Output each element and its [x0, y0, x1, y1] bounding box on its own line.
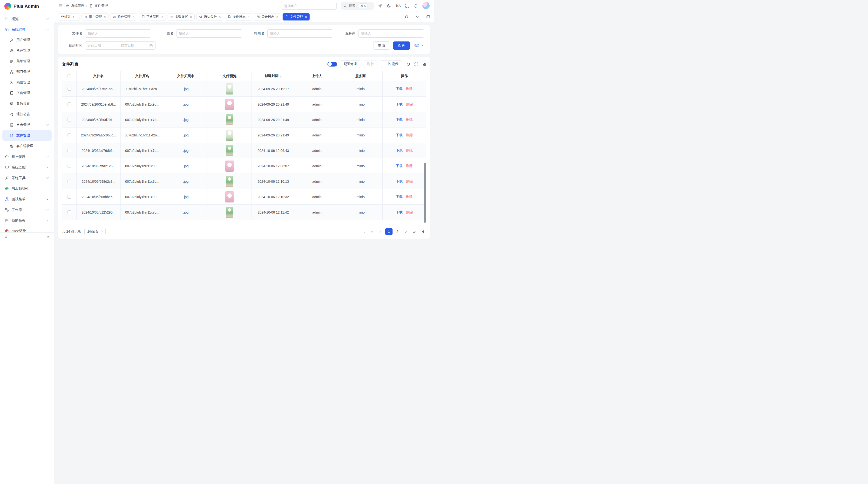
- dark-mode-button[interactable]: [387, 4, 391, 8]
- tab[interactable]: 参数设置 ×: [167, 13, 194, 21]
- file-preview-image[interactable]: [225, 191, 234, 202]
- tab[interactable]: 登录日志 ×: [254, 13, 281, 21]
- filter-field-input[interactable]: [268, 29, 334, 38]
- delete-link[interactable]: 删除: [406, 179, 413, 183]
- delete-link[interactable]: 删除: [406, 149, 413, 152]
- file-preview-image[interactable]: [226, 207, 233, 218]
- tab[interactable]: 通知公告 ×: [196, 13, 223, 21]
- row-checkbox[interactable]: [67, 195, 71, 199]
- config-manage-button[interactable]: 配置管理: [340, 60, 360, 68]
- pagination-page-1[interactable]: 1: [385, 228, 393, 235]
- sidebar-item[interactable]: gitee记录: [2, 226, 52, 232]
- file-preview-image[interactable]: [226, 176, 233, 187]
- row-checkbox[interactable]: [67, 211, 71, 214]
- sidebar-item[interactable]: 工作流: [2, 204, 52, 215]
- fullscreen-button[interactable]: [405, 4, 409, 8]
- download-link[interactable]: 下载: [396, 164, 403, 168]
- sidebar-item[interactable]: PLUS官网: [2, 183, 52, 194]
- notifications-button[interactable]: [414, 4, 418, 8]
- pagination-prev-button[interactable]: [377, 228, 384, 235]
- date-range-input[interactable]: 开始日期 → 结束日期: [85, 41, 156, 50]
- sidebar-item-system[interactable]: 系统管理: [2, 24, 52, 35]
- filter-field-input[interactable]: [176, 29, 242, 38]
- table-fullscreen-button[interactable]: [414, 62, 418, 66]
- file-preview-image[interactable]: [226, 145, 233, 156]
- sidebar-item[interactable]: 测试菜单: [2, 194, 52, 204]
- sidebar-subitem[interactable]: 参数设置: [2, 98, 52, 109]
- tab[interactable]: 文件管理 ×: [283, 13, 310, 21]
- breadcrumb-files[interactable]: 文件管理: [89, 4, 108, 8]
- delete-link[interactable]: 删除: [406, 210, 413, 214]
- row-checkbox[interactable]: [67, 164, 71, 168]
- sidebar-item-overview[interactable]: 概览: [2, 13, 52, 24]
- file-preview-image[interactable]: [225, 161, 234, 172]
- download-link[interactable]: 下载: [396, 87, 403, 91]
- sidebar-subitem[interactable]: 通知公告: [2, 109, 52, 120]
- tab-options-button[interactable]: [415, 15, 419, 19]
- row-checkbox[interactable]: [67, 133, 71, 137]
- sidebar-item[interactable]: 系统监控: [2, 162, 52, 172]
- layout-panel-button[interactable]: [426, 15, 430, 19]
- row-checkbox[interactable]: [67, 118, 71, 122]
- tab-close-icon[interactable]: ×: [305, 15, 307, 19]
- collapse-filter-link[interactable]: 收起: [414, 43, 424, 48]
- collapse-sidebar-button[interactable]: [3, 234, 9, 240]
- menu-toggle-button[interactable]: [59, 4, 63, 8]
- sidebar-subitem[interactable]: 岗位管理: [2, 77, 52, 88]
- sidebar-subitem[interactable]: 用户管理: [2, 35, 52, 45]
- sidebar-subitem[interactable]: 部门管理: [2, 67, 52, 77]
- pagination-first-button[interactable]: [360, 228, 367, 235]
- tab-close-icon[interactable]: ×: [190, 15, 192, 19]
- select-all-checkbox[interactable]: [67, 74, 71, 78]
- reset-button[interactable]: 重 置: [373, 41, 390, 50]
- tab-close-icon[interactable]: ×: [247, 15, 249, 19]
- sort-carets-icon[interactable]: [280, 76, 282, 79]
- row-checkbox[interactable]: [67, 87, 71, 91]
- refresh-page-button[interactable]: [405, 15, 408, 19]
- download-link[interactable]: 下载: [396, 118, 403, 122]
- language-button[interactable]: 文A: [396, 4, 401, 8]
- download-link[interactable]: 下载: [396, 102, 403, 106]
- delete-link[interactable]: 删除: [406, 87, 413, 91]
- vertical-scrollbar[interactable]: [424, 163, 426, 223]
- pagination-prev5-button[interactable]: [368, 228, 376, 235]
- pagination-next5-button[interactable]: [411, 228, 418, 235]
- tab-close-icon[interactable]: ×: [161, 15, 163, 19]
- sidebar-subitem[interactable]: 角色管理: [2, 45, 52, 56]
- tab[interactable]: 用户管理 ×: [82, 13, 108, 21]
- list-mode-toggle[interactable]: [328, 62, 337, 67]
- sidebar-item[interactable]: 我的任务: [2, 215, 52, 226]
- tab[interactable]: 字典管理 ×: [139, 13, 166, 21]
- filter-field-input[interactable]: [358, 29, 424, 38]
- column-settings-button[interactable]: [422, 62, 426, 66]
- file-preview-image[interactable]: [226, 114, 233, 125]
- sidebar-subitem[interactable]: 客户端管理: [2, 141, 52, 151]
- tenant-select-input[interactable]: [281, 2, 337, 10]
- tab-close-icon[interactable]: ×: [276, 15, 278, 19]
- row-checkbox[interactable]: [67, 180, 71, 183]
- breadcrumb-system[interactable]: 系统管理: [66, 4, 84, 8]
- file-preview-image[interactable]: [226, 84, 233, 95]
- tab-close-icon[interactable]: ×: [219, 15, 221, 19]
- sidebar-item[interactable]: 系统工具: [2, 172, 52, 183]
- sidebar-subitem[interactable]: 菜单管理: [2, 56, 52, 67]
- delete-link[interactable]: 删除: [406, 118, 413, 122]
- pin-sidebar-button[interactable]: [45, 234, 51, 240]
- upload-button[interactable]: 上传 没做: [381, 60, 402, 68]
- tab-close-icon[interactable]: ×: [133, 15, 134, 19]
- tab[interactable]: 角色管理 ×: [110, 13, 137, 21]
- sidebar-item[interactable]: 租户管理: [2, 151, 52, 162]
- file-preview-image[interactable]: [226, 130, 233, 141]
- pagination-next-button[interactable]: [402, 228, 409, 235]
- pagination-page-2[interactable]: 2: [394, 228, 401, 235]
- sidebar-subitem[interactable]: 日志管理: [2, 120, 52, 130]
- delete-link[interactable]: 删除: [406, 195, 413, 199]
- download-link[interactable]: 下载: [396, 179, 403, 183]
- delete-link[interactable]: 删除: [406, 133, 413, 137]
- download-link[interactable]: 下载: [396, 195, 403, 199]
- avatar[interactable]: [423, 2, 430, 9]
- query-button[interactable]: 查 询: [393, 41, 410, 50]
- tab[interactable]: 分析页: [58, 13, 80, 21]
- pin-icon[interactable]: [72, 15, 75, 19]
- file-preview-image[interactable]: [225, 99, 234, 110]
